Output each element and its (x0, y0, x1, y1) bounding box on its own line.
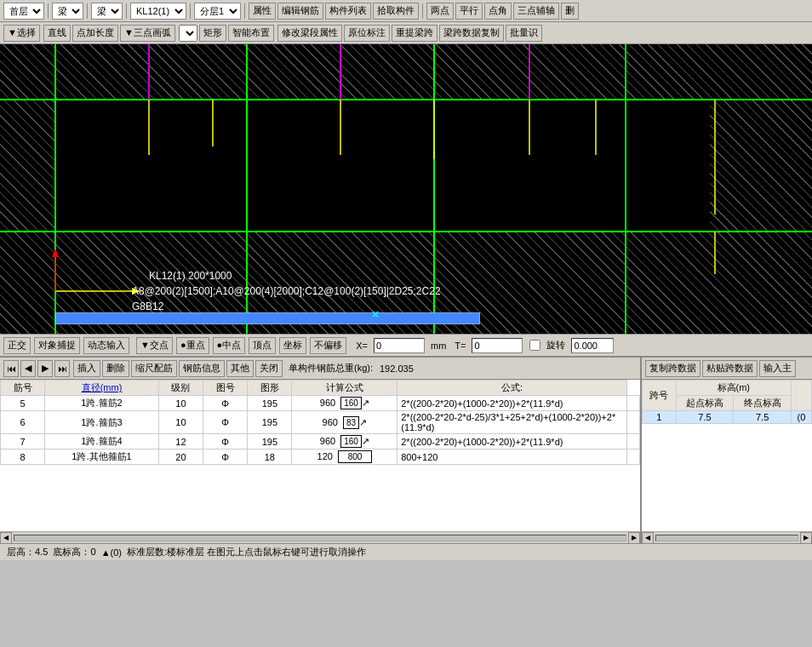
scroll-track[interactable] (14, 535, 626, 541)
coordinate-button[interactable]: 坐标 (279, 337, 306, 354)
right-scroll-right[interactable]: ▶ (800, 532, 812, 544)
scroll-right-btn[interactable]: ▶ (628, 532, 640, 544)
cell-id: 6 (1, 411, 45, 434)
t-label: T= (452, 341, 468, 351)
dynamic-input-button[interactable]: 动态输入 (83, 337, 129, 354)
rotation-input[interactable] (571, 338, 614, 353)
t-input[interactable] (472, 338, 523, 353)
end-h: 7.5 (734, 411, 792, 424)
point-length-button[interactable]: 点加长度 (72, 25, 118, 42)
extra-col (792, 381, 812, 411)
canvas-annotation: KL12(1) 200*1000 A8@200(2)[1500];A10@200… (132, 253, 441, 329)
insert-button[interactable]: 插入 (73, 360, 100, 377)
kl-select[interactable]: KL12(1) (130, 3, 186, 20)
right-scroll-left[interactable]: ◀ (642, 532, 654, 544)
status-hint: 标准层数:楼标准层 在图元上点击鼠标右键可进行取消操作 (127, 546, 366, 558)
component-type-select[interactable]: 梁 (52, 3, 83, 20)
shape-select[interactable] (179, 25, 197, 42)
cell-diameter: 10 (158, 396, 203, 411)
parallel-button[interactable]: 平行 (455, 3, 483, 20)
table-row: 1 7.5 7.5 (0 (643, 411, 812, 424)
sep4 (190, 3, 191, 19)
prev-button[interactable]: ◀ (20, 360, 36, 377)
intersection-button[interactable]: ▼交点 (136, 337, 173, 354)
attr-button[interactable]: 属性 (249, 3, 276, 20)
weight-label: 单构件钢筋总重(kg): (286, 362, 375, 375)
shape-box: 160 (340, 435, 362, 448)
component-list-button[interactable]: 构件列表 (325, 3, 371, 20)
x-input[interactable] (374, 338, 425, 353)
col-diameter: 直径(mm) (45, 381, 159, 396)
bottom-panels: ⏮ ◀ ▶ ⏭ 插入 删除 缩尺配筋 钢筋信息 其他 关闭 单构件钢筋总重(kg… (0, 356, 812, 543)
cell-shape: 960 83↗ (292, 411, 397, 434)
smart-layout-button[interactable]: 智能布置 (228, 25, 274, 42)
floor-height: 层高：4.5 (7, 546, 48, 558)
span-no: 1 (643, 411, 677, 424)
input-main-button[interactable]: 输入主 (759, 360, 796, 377)
rebar-info-button[interactable]: 钢筋信息 (179, 360, 225, 377)
close-button[interactable]: 关闭 (255, 360, 283, 377)
right-table-container[interactable]: 跨号 标高(m) 起点标高 终点标高 1 7.5 7. (642, 380, 812, 531)
shape-box: 160 (340, 397, 362, 409)
shape-box: 800 (338, 450, 372, 463)
cell-grade: Φ (203, 396, 248, 411)
in-situ-mark-button[interactable]: 原位标注 (344, 25, 390, 42)
layer-select[interactable]: 分层1 (194, 3, 241, 20)
next-button[interactable]: ▶ (37, 360, 53, 377)
scroll-left-btn[interactable]: ◀ (0, 532, 12, 544)
edit-rebar-button[interactable]: 编辑钢筋 (277, 3, 323, 20)
other-button[interactable]: 其他 (226, 360, 254, 377)
paste-span-button[interactable]: 粘贴跨数据 (702, 360, 758, 377)
no-offset-button[interactable]: 不偏移 (310, 337, 346, 354)
floor-select[interactable]: 首层 (3, 3, 44, 20)
panel-table[interactable]: 筋号 直径(mm) 级别 图号 图形 计算公式 公式: 5 1跨.箍筋2 (0, 380, 640, 531)
rectangle-button[interactable]: 矩形 (199, 25, 226, 42)
scale-rebar-button[interactable]: 缩尺配筋 (131, 360, 177, 377)
cell-diameter: 20 (158, 449, 203, 465)
midpoint-heavy-button[interactable]: ●重点 (176, 337, 209, 354)
right-panel: 复制跨数据 粘贴跨数据 输入主 跨号 标高(m) 起点标高 终点标高 (642, 358, 812, 543)
delete-button[interactable]: 删 (561, 3, 579, 20)
cell-grade: Φ (203, 434, 248, 449)
cell-formula2 (626, 449, 639, 465)
right-scroll-track[interactable] (655, 535, 798, 541)
cell-formula2 (626, 396, 639, 411)
rotation-checkbox[interactable] (529, 340, 540, 351)
sep3 (126, 3, 127, 19)
vertex-button[interactable]: 顶点 (249, 337, 276, 354)
table-row: 7 1跨.箍筋4 12 Φ 195 960 160↗ 2*((200-2*20)… (1, 434, 640, 449)
cell-figno: 18 (248, 449, 292, 465)
snap-button[interactable]: 对象捕捉 (34, 337, 80, 354)
cell-name: 1跨.箍筋4 (45, 434, 159, 449)
start-h: 7.5 (676, 411, 734, 424)
component-name-select[interactable]: 梁 (91, 3, 123, 20)
first-button[interactable]: ⏮ (3, 360, 19, 377)
three-point-axis-button[interactable]: 三点辅轴 (513, 3, 559, 20)
midpoint-button[interactable]: ●中点 (213, 337, 246, 354)
three-point-arc-button[interactable]: ▼三点画弧 (120, 25, 175, 42)
annotation-line2: A8@200(2)[1500];A10@200(4)[2000];C12@100… (132, 285, 441, 297)
modify-span-button[interactable]: 修改梁段属性 (277, 25, 342, 42)
point-angle-button[interactable]: 点角 (484, 3, 512, 20)
two-point-button[interactable]: 两点 (426, 3, 454, 20)
delete-row-button[interactable]: 删除 (102, 360, 129, 377)
reextract-span-button[interactable]: 重提梁跨 (392, 25, 437, 42)
canvas-area[interactable]: × KL12(1) 200*1000 A8@200(2)[1500];A10@2… (0, 44, 812, 334)
select-button[interactable]: ▼选择 (3, 25, 40, 42)
batch-recognize-button[interactable]: 批量识 (506, 25, 542, 42)
pick-component-button[interactable]: 拾取构件 (373, 3, 419, 20)
cell-name: 1跨.其他箍筋1 (45, 449, 159, 465)
copy-span-button[interactable]: 复制跨数据 (645, 360, 700, 377)
cell-diameter: 10 (158, 411, 203, 434)
page-bottom: 层高：4.5 底标高：0 ▲(0) 标准层数:楼标准层 在图元上点击鼠标右键可进… (0, 543, 812, 560)
orthogonal-button[interactable]: 正交 (3, 337, 31, 354)
sep2 (87, 3, 88, 19)
copy-span-data-button[interactable]: 梁跨数据复制 (439, 25, 504, 42)
cell-name: 1跨.箍筋2 (45, 396, 159, 411)
last-button[interactable]: ⏭ (54, 360, 70, 377)
height-col: 标高(m) (676, 381, 791, 396)
cell-figno: 195 (248, 411, 292, 434)
cell-figno: 195 (248, 434, 292, 449)
straight-line-button[interactable]: 直线 (43, 25, 71, 42)
cell-grade: Φ (203, 411, 248, 434)
